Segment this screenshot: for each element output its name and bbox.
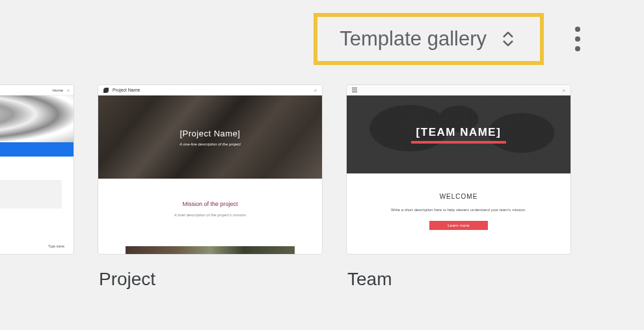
preview-section-title: WELCOME	[347, 193, 570, 200]
preview-nav: ⌕	[347, 85, 570, 95]
preview-banner	[0, 142, 74, 157]
search-icon: ⌕	[67, 88, 70, 92]
unfold-more-icon	[502, 32, 514, 46]
preview-footer-image	[126, 246, 295, 254]
template-row: Home ⌕ Type name Project Name ⌕ [Project…	[0, 84, 571, 290]
template-label: Project	[99, 269, 323, 290]
template-gallery-button[interactable]: Template gallery	[314, 13, 544, 65]
preview-underline	[411, 141, 507, 144]
preview-section: WELCOME Write a short description here t…	[347, 193, 570, 230]
template-thumbnail: Home ⌕ Type name	[0, 84, 74, 255]
template-card-partial[interactable]: Home ⌕ Type name	[0, 84, 74, 290]
preview-section: Mission of the project A brief descripti…	[98, 201, 322, 217]
template-thumbnail: ⌕ [TEAM NAME] WELCOME Write a short desc…	[346, 84, 571, 255]
menu-icon	[352, 88, 357, 93]
preview-block	[0, 180, 62, 209]
preview-section-desc: Write a short description here to help v…	[347, 208, 570, 212]
more-options-button[interactable]	[570, 21, 585, 57]
preview-cta-button: Learn more	[429, 221, 488, 230]
search-icon: ⌕	[563, 88, 565, 92]
preview-hero	[0, 95, 74, 142]
preview-section-desc: A brief description of the project's mis…	[98, 213, 322, 217]
preview-hero-title: [TEAM NAME]	[416, 126, 502, 139]
preview-section-title: Mission of the project	[98, 201, 322, 207]
preview-hero: [TEAM NAME]	[347, 95, 570, 173]
preview-nav: Project Name ⌕	[98, 85, 322, 95]
leaf-icon	[103, 88, 109, 93]
header-bar: Template gallery	[0, 0, 644, 78]
preview-nav: Home ⌕	[0, 85, 74, 95]
preview-hero-subtitle: A one-line description of the project	[180, 142, 241, 146]
more-vert-icon	[575, 27, 580, 32]
template-card-team[interactable]: ⌕ [TEAM NAME] WELCOME Write a short desc…	[346, 84, 571, 290]
template-gallery-label: Template gallery	[340, 27, 487, 51]
search-icon: ⌕	[314, 88, 317, 92]
preview-footer-text: Type name	[48, 244, 64, 248]
template-thumbnail: Project Name ⌕ [Project Name] A one-line…	[98, 84, 323, 255]
preview-hero: [Project Name] A one-line description of…	[98, 95, 322, 179]
template-card-project[interactable]: Project Name ⌕ [Project Name] A one-line…	[98, 84, 323, 290]
template-label: Team	[347, 269, 571, 290]
preview-hero-title: [Project Name]	[180, 129, 241, 138]
